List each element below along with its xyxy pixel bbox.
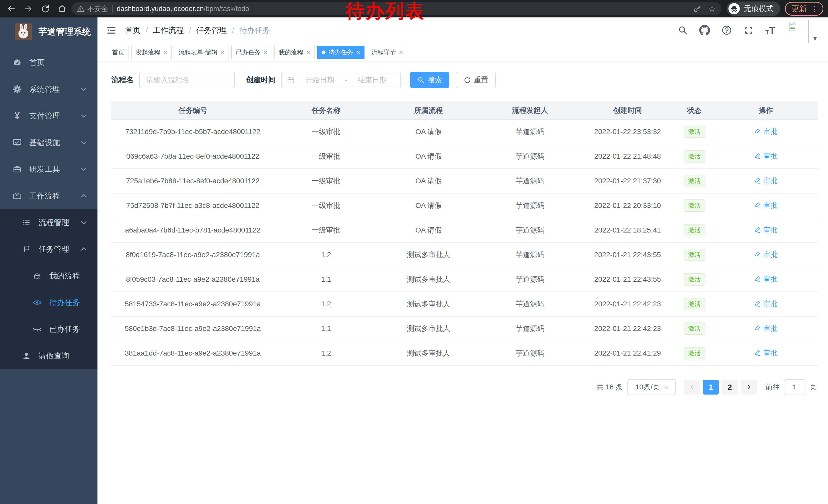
- sidebar-item-label: 任务管理: [38, 244, 69, 255]
- sidebar-item-label: 首页: [29, 57, 45, 68]
- approve-link[interactable]: 审批: [754, 127, 777, 136]
- close-icon[interactable]: ×: [356, 49, 360, 56]
- status-badge: 激活: [684, 126, 705, 138]
- table-row: 73211d9d-7b9b-11ec-b5b7-acde48001122 一级审…: [111, 120, 818, 144]
- chevron-down-icon: [664, 384, 669, 389]
- approve-link[interactable]: 审批: [754, 250, 777, 259]
- fullscreen-icon[interactable]: [743, 25, 754, 36]
- breadcrumb-workflow[interactable]: 工作流程: [153, 25, 184, 36]
- process-starter: 芋道源码: [480, 193, 580, 218]
- bookmark-star-icon[interactable]: ☆: [708, 4, 716, 13]
- update-button[interactable]: 更新 ⋮: [785, 2, 823, 16]
- home-button[interactable]: [55, 2, 69, 15]
- eye-icon: [32, 298, 43, 307]
- prev-page-button[interactable]: ‹: [684, 380, 700, 395]
- approve-link[interactable]: 审批: [754, 151, 777, 161]
- approve-link[interactable]: 审批: [754, 324, 777, 333]
- sidebar-item-infra[interactable]: 基础设施: [0, 129, 97, 156]
- forward-button[interactable]: [22, 2, 35, 15]
- task-id: 381aa1dd-7ac8-11ec-a9e2-a2380e71991a: [111, 341, 275, 366]
- start-date-placeholder: 开始日期: [297, 75, 343, 85]
- chevron-down-icon: [81, 219, 86, 224]
- page-size-select[interactable]: 10条/页: [627, 379, 676, 395]
- tab-start-process[interactable]: 发起流程 ×: [131, 46, 172, 59]
- approve-link[interactable]: 审批: [754, 176, 777, 185]
- sidebar-item-done-tasks[interactable]: 已办任务: [0, 316, 97, 342]
- sidebar-item-label: 已办任务: [49, 324, 80, 334]
- back-button[interactable]: [5, 2, 18, 15]
- close-icon[interactable]: ×: [163, 49, 167, 56]
- close-icon[interactable]: ×: [399, 49, 403, 56]
- sidebar-item-leave-query[interactable]: 请假查询: [0, 342, 97, 369]
- font-size-icon[interactable]: TT: [765, 25, 776, 35]
- sidebar-item-home[interactable]: 首页: [0, 49, 97, 76]
- process-starter: 芋道源码: [480, 267, 580, 292]
- approve-link[interactable]: 审批: [754, 275, 777, 284]
- user-menu[interactable]: ▾: [787, 20, 817, 44]
- sidebar-item-workflow[interactable]: 工作流程: [0, 183, 97, 209]
- sidebar-item-payment[interactable]: ¥ 支付管理: [0, 102, 97, 129]
- sidebar-item-system[interactable]: 系统管理: [0, 76, 97, 102]
- tab-done-tasks[interactable]: 已办任务 ×: [232, 46, 272, 59]
- goto-page-input[interactable]: 1: [784, 379, 805, 395]
- chevron-down-icon: [81, 86, 86, 91]
- table-row: 75d72608-7b7f-11ec-a3c8-acde48001122 一级审…: [111, 193, 818, 218]
- sidebar-item-todo-tasks[interactable]: 待办任务: [0, 289, 97, 316]
- yen-icon: ¥: [12, 111, 23, 121]
- sidebar-item-task-mgmt[interactable]: 任务管理: [0, 236, 97, 263]
- omnibox-divider: [112, 5, 113, 12]
- app-logo[interactable]: 芋道管理系统: [0, 17, 97, 46]
- approve-link[interactable]: 审批: [754, 201, 777, 210]
- reload-button[interactable]: [38, 2, 52, 15]
- breadcrumb-current: 待办任务: [239, 25, 270, 36]
- create-time: 2022-01-21 22:42:23: [580, 292, 675, 316]
- github-icon[interactable]: [699, 25, 710, 36]
- tab-home[interactable]: 首页: [108, 46, 129, 59]
- page-button-2[interactable]: 2: [722, 380, 738, 395]
- breadcrumb-home[interactable]: 首页: [125, 25, 140, 36]
- close-icon[interactable]: ×: [306, 49, 310, 56]
- create-time: 2022-01-21 22:42:23: [580, 316, 675, 341]
- approve-link[interactable]: 审批: [754, 299, 777, 308]
- chevron-down-icon[interactable]: ▾: [813, 35, 817, 43]
- chevron-down-icon: [81, 139, 86, 144]
- sidebar-item-label: 基础设施: [29, 137, 60, 148]
- col-task-name: 任务名称: [275, 101, 377, 120]
- reset-button[interactable]: 重置: [456, 72, 496, 88]
- tab-my-process[interactable]: 我的流程 ×: [275, 46, 315, 59]
- sidebar-item-label: 请假查询: [38, 351, 69, 361]
- sidebar-item-label: 我的流程: [49, 271, 80, 281]
- next-page-button[interactable]: ›: [741, 380, 757, 395]
- sidebar-item-process-mgmt[interactable]: 流程管理: [0, 209, 97, 236]
- browser-menu-icon[interactable]: ⋮: [811, 4, 819, 13]
- col-process: 所属流程: [377, 101, 480, 120]
- goto-label: 前往: [765, 382, 780, 392]
- tab-todo-tasks[interactable]: 待办任务 ×: [317, 46, 365, 59]
- process-name-input[interactable]: 请输入流程名: [139, 72, 235, 88]
- search-button[interactable]: 搜索: [410, 72, 449, 88]
- close-icon[interactable]: ×: [220, 49, 224, 56]
- status-badge: 激活: [684, 298, 705, 310]
- tab-process-detail[interactable]: 流程详情 ×: [367, 46, 407, 59]
- approve-link[interactable]: 审批: [754, 225, 777, 235]
- app-title: 芋道管理系统: [38, 26, 91, 38]
- breadcrumb-task-mgmt[interactable]: 任务管理: [196, 25, 227, 36]
- table-row: a6aba0a4-7b6d-11ec-b781-acde48001122 一级审…: [111, 218, 818, 242]
- sidebar-toggle-icon[interactable]: [106, 25, 117, 35]
- password-key-icon[interactable]: [693, 5, 702, 13]
- approve-link[interactable]: 审批: [754, 349, 777, 358]
- breadcrumb-separator: /: [189, 26, 191, 35]
- avatar[interactable]: [787, 20, 809, 44]
- close-icon[interactable]: ×: [263, 49, 267, 56]
- page-button-1[interactable]: 1: [703, 380, 719, 395]
- col-starter: 流程发起人: [480, 101, 580, 120]
- sidebar-item-devtools[interactable]: 研发工具: [0, 156, 97, 183]
- sidebar-item-label: 研发工具: [29, 164, 60, 175]
- tab-form-edit[interactable]: 流程表单-编辑 ×: [174, 46, 229, 59]
- search-icon[interactable]: [678, 25, 688, 35]
- status-badge: 激活: [684, 273, 705, 286]
- tab-label: 发起流程: [136, 48, 160, 56]
- help-icon[interactable]: [721, 25, 732, 36]
- date-range-picker[interactable]: 开始日期 - 结束日期: [281, 72, 401, 88]
- sidebar-item-my-process[interactable]: 我的流程: [0, 263, 97, 289]
